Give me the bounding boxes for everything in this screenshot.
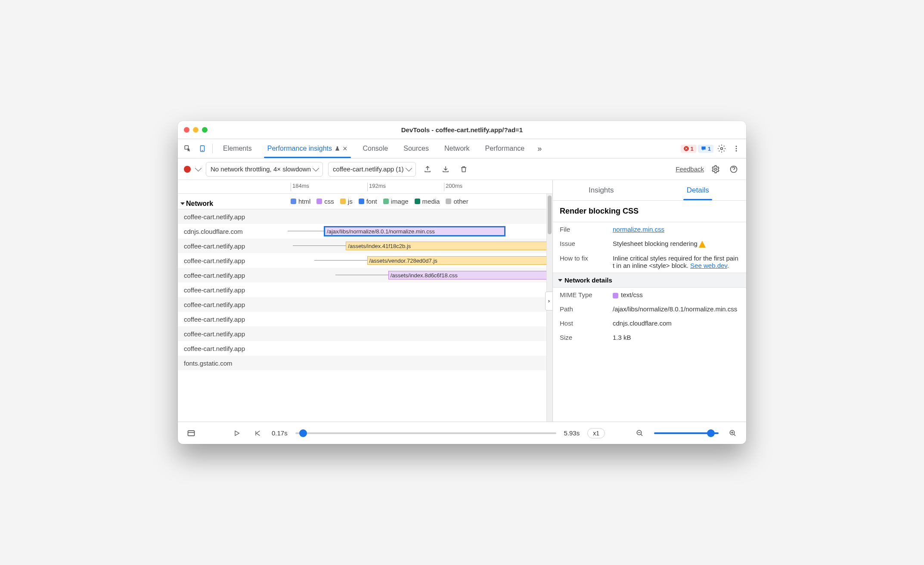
tab-details[interactable]: Details	[650, 180, 747, 200]
chevron-down-icon	[405, 165, 412, 172]
speed-pill[interactable]: x1	[587, 428, 605, 438]
collapse-panel-icon[interactable]: ›	[545, 292, 552, 310]
detail-heading: Render blocking CSS	[553, 201, 746, 222]
network-row[interactable]: coffee-cart.netlify.app/assets/index.8d6…	[178, 268, 552, 282]
tab-sources[interactable]: Sources	[397, 139, 436, 158]
whisker	[335, 275, 388, 275]
slider-thumb[interactable]	[299, 429, 307, 437]
swatch-icon	[446, 199, 451, 204]
zoom-in-icon[interactable]	[726, 427, 739, 440]
details-panel: Insights Details Render blocking CSS Fil…	[552, 180, 746, 422]
more-tabs-icon[interactable]: »	[533, 142, 546, 155]
network-row[interactable]: coffee-cart.netlify.app	[178, 282, 552, 297]
tab-performance-insights[interactable]: Performance insights×	[260, 139, 354, 158]
track	[288, 356, 552, 370]
close-tab-icon[interactable]: ×	[343, 144, 347, 153]
domain-cell: coffee-cart.netlify.app	[178, 286, 288, 294]
time-slider[interactable]	[295, 432, 556, 434]
legend-html[interactable]: html	[291, 198, 310, 205]
scrollbar-thumb[interactable]	[548, 196, 552, 234]
traffic-lights	[184, 127, 208, 133]
delete-icon[interactable]	[457, 163, 470, 176]
label-mime: MIME Type	[560, 291, 609, 298]
track: /assets/index.41f18c2b.js	[288, 239, 552, 253]
request-bar[interactable]: /ajax/libs/normalize/8.0.1/normalize.min…	[325, 227, 505, 236]
svg-point-7	[736, 150, 737, 152]
network-row[interactable]: coffee-cart.netlify.app/assets/index.41f…	[178, 239, 552, 253]
toggle-screenshot-icon[interactable]	[185, 427, 198, 440]
legend-js[interactable]: js	[340, 198, 353, 205]
network-row[interactable]: coffee-cart.netlify.app	[178, 297, 552, 312]
network-row[interactable]: coffee-cart.netlify.app/assets/vendor.72…	[178, 253, 552, 268]
swatch-icon	[383, 199, 389, 204]
gear-icon[interactable]	[709, 163, 722, 176]
zoom-out-icon[interactable]	[633, 427, 646, 440]
time-ruler: 184ms 192ms 200ms	[178, 180, 552, 194]
network-row[interactable]: coffee-cart.netlify.app	[178, 209, 552, 224]
track	[288, 297, 552, 312]
issue-value: Stylesheet blocking rendering	[613, 240, 739, 248]
maximize-icon[interactable]	[202, 127, 208, 133]
settings-icon[interactable]	[715, 142, 728, 155]
rewind-icon[interactable]	[251, 427, 264, 440]
error-badge[interactable]: 1	[681, 145, 696, 153]
main-content: 184ms 192ms 200ms htmlcssjsfontimagemedi…	[178, 180, 746, 422]
domain-cell: cdnjs.cloudflare.com	[178, 228, 288, 235]
record-menu-icon[interactable]	[195, 165, 202, 172]
target-dropdown[interactable]: coffee-cart.netlify.app (1)	[328, 162, 416, 177]
triangle-down-icon	[180, 202, 185, 205]
legend-media[interactable]: media	[415, 198, 440, 205]
tab-network[interactable]: Network	[437, 139, 477, 158]
legend-css[interactable]: css	[316, 198, 334, 205]
network-row[interactable]: fonts.gstatic.com	[178, 356, 552, 370]
footer: 0.17s 5.93s x1	[178, 422, 746, 444]
network-details-section[interactable]: Network details	[553, 273, 746, 288]
domain-cell: coffee-cart.netlify.app	[178, 257, 288, 264]
throttling-dropdown[interactable]: No network throttling, 4× slowdown	[206, 162, 323, 177]
domain-cell: coffee-cart.netlify.app	[178, 301, 288, 308]
device-icon[interactable]	[196, 142, 209, 155]
minimize-icon[interactable]	[193, 127, 198, 133]
request-bar[interactable]: /assets/vendor.728ed0d7.js	[367, 256, 553, 265]
tab-console[interactable]: Console	[356, 139, 395, 158]
file-link[interactable]: normalize.min.css	[613, 226, 664, 233]
inspect-icon[interactable]	[181, 142, 194, 155]
import-icon[interactable]	[439, 163, 452, 176]
tab-insights[interactable]: Insights	[553, 180, 650, 200]
network-section-header[interactable]: Network	[180, 200, 213, 208]
zoom-thumb[interactable]	[707, 429, 715, 437]
feedback-link[interactable]: Feedback	[676, 165, 704, 173]
kebab-icon[interactable]	[730, 142, 743, 155]
time-start: 0.17s	[272, 429, 288, 437]
timeline-panel: 184ms 192ms 200ms htmlcssjsfontimagemedi…	[178, 180, 552, 422]
play-icon[interactable]	[230, 427, 243, 440]
swatch-icon	[316, 199, 322, 204]
tab-performance[interactable]: Performance	[478, 139, 532, 158]
record-button[interactable]	[184, 166, 191, 173]
triangle-down-icon	[558, 279, 562, 282]
track	[288, 282, 552, 297]
zoom-slider[interactable]	[654, 432, 719, 434]
help-icon[interactable]	[727, 163, 740, 176]
time-end: 5.93s	[564, 429, 580, 437]
network-row[interactable]: coffee-cart.netlify.app	[178, 326, 552, 341]
request-bar[interactable]: /assets/index.8d6c6f18.css	[388, 271, 552, 279]
track	[288, 326, 552, 341]
network-row[interactable]: coffee-cart.netlify.app	[178, 341, 552, 356]
tab-elements[interactable]: Elements	[216, 139, 259, 158]
webdev-link[interactable]: See web.dev	[690, 262, 727, 269]
export-icon[interactable]	[421, 163, 434, 176]
svg-point-8	[715, 168, 717, 170]
toolbar: No network throttling, 4× slowdown coffe…	[178, 158, 746, 180]
legend-font[interactable]: font	[359, 198, 377, 205]
legend-other[interactable]: other	[446, 198, 468, 205]
domain-cell: coffee-cart.netlify.app	[178, 330, 288, 338]
close-icon[interactable]	[184, 127, 189, 133]
domain-cell: fonts.gstatic.com	[178, 360, 288, 367]
messages-badge[interactable]: 1	[698, 145, 713, 153]
request-bar[interactable]: /assets/index.41f18c2b.js	[346, 242, 552, 250]
network-row[interactable]: coffee-cart.netlify.app	[178, 312, 552, 326]
network-row[interactable]: cdnjs.cloudflare.com/ajax/libs/normalize…	[178, 224, 552, 239]
titlebar: DevTools - coffee-cart.netlify.app/?ad=1	[178, 121, 746, 139]
legend-image[interactable]: image	[383, 198, 409, 205]
